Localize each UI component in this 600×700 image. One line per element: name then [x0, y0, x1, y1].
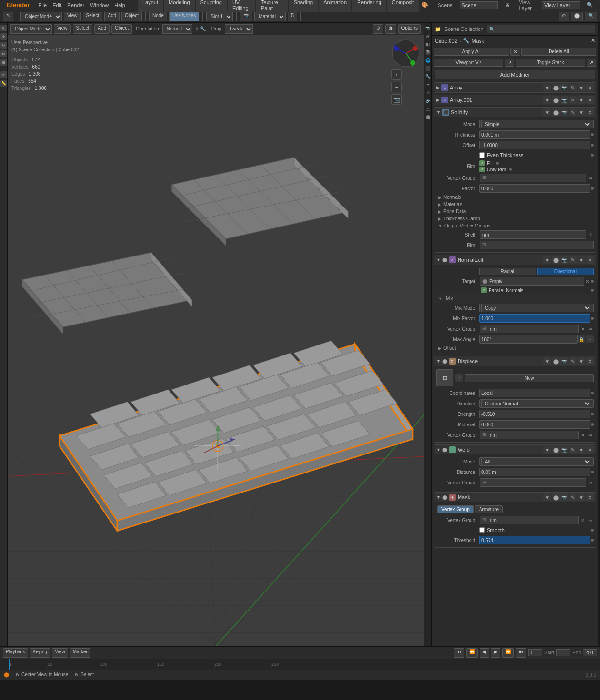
search-filter-btn[interactable]: 🔍 — [585, 12, 597, 21]
displace-filter-btn[interactable]: ▼ — [543, 357, 551, 365]
start-frame-input[interactable] — [556, 649, 570, 656]
viewport-overlay-btn[interactable]: ⊙ — [373, 24, 383, 34]
tab-sculpting[interactable]: Sculpting — [196, 0, 227, 12]
array001-filter-btn[interactable]: ▼ — [543, 96, 551, 104]
view-layer-icon[interactable]: ◧ — [425, 41, 431, 48]
constraints-icon[interactable]: 🔗 — [425, 98, 431, 104]
nav-gizmo[interactable]: X Y Z — [391, 39, 420, 68]
weld-delete-btn[interactable]: ✕ — [586, 446, 594, 454]
solidify-shell-input[interactable]: rim — [480, 230, 586, 239]
weld-mode-select[interactable]: All — [481, 457, 591, 466]
camera-view-btn[interactable]: 📷 — [391, 94, 402, 105]
array001-edit-btn[interactable]: ✎ — [569, 96, 577, 104]
array001-toggle[interactable]: ▶ — [436, 98, 440, 102]
tool-transform[interactable]: ⊞ — [0, 59, 7, 66]
normaledit-toggle[interactable]: ▼ — [436, 257, 440, 262]
tab-shading[interactable]: Shading — [289, 0, 318, 12]
viewport-vis-btn[interactable]: Viewport Vis — [434, 59, 503, 67]
tool-cursor[interactable]: ↖ — [0, 25, 7, 31]
tool-annotate[interactable]: ✏ — [0, 71, 7, 78]
material-icon[interactable]: ⬤ — [425, 114, 431, 120]
weld-render-btn[interactable]: 📷 — [560, 446, 568, 454]
mask-edit-btn[interactable]: ✎ — [569, 493, 577, 501]
modifier-icon active[interactable]: 🔧 — [425, 73, 431, 80]
mask-filter-btn[interactable]: ▼ — [543, 493, 551, 501]
menu-edit[interactable]: Edit — [52, 2, 61, 8]
solidify-thickness-value[interactable]: 0.001 m — [479, 130, 590, 139]
tab-texture-paint[interactable]: Texture Paint — [256, 0, 288, 12]
toggle-stack-icon-btn[interactable]: ↗ — [587, 59, 596, 67]
normaledit-max-angle-value[interactable]: 180° — [479, 335, 578, 344]
solidify-mode-value[interactable]: Simple — [479, 120, 594, 128]
toggle-stack-btn[interactable]: Toggle Stack — [516, 59, 585, 67]
object-mode-select[interactable]: Object Mode — [20, 12, 62, 21]
normaledit-mix-header[interactable]: ▼ Mix — [434, 294, 596, 303]
array-delete-btn[interactable]: ✕ — [586, 84, 594, 91]
view-layer-input[interactable] — [542, 1, 580, 9]
panel-close-icon[interactable]: ✕ — [591, 38, 595, 44]
viewport-mode-select[interactable]: Object Mode — [10, 24, 52, 34]
normaledit-mix-mode-select[interactable]: Copy — [481, 304, 591, 312]
array-render-btn[interactable]: 📷 — [560, 84, 568, 91]
array001-more-btn[interactable]: ▼ — [578, 96, 585, 104]
play-reverse-btn[interactable]: ◀ — [480, 648, 489, 658]
physics-icon[interactable]: ⚛ — [425, 89, 431, 96]
menu-render[interactable]: Render — [67, 2, 84, 8]
mask-delete-btn[interactable]: ✕ — [586, 493, 594, 501]
mask-tab-vertex-group[interactable]: Vertex Group — [437, 505, 474, 513]
array001-delete-btn[interactable]: ✕ — [586, 96, 594, 104]
tool-scale[interactable]: ⇔ — [0, 50, 7, 57]
menu-file[interactable]: File — [38, 2, 47, 8]
solidify-shell-clear[interactable]: ✕ — [587, 231, 594, 238]
solidify-vg-input[interactable]: ⊞ — [480, 174, 586, 182]
displace-vg-clear[interactable]: ✕ — [580, 432, 586, 438]
normaledit-target-input[interactable]: ⬤ Empty — [480, 277, 584, 286]
normaledit-offset-collapse[interactable]: ▶ Offset — [434, 345, 596, 352]
solidify-even-checkbox[interactable] — [479, 152, 485, 158]
viewport-canvas[interactable]: User Perspective (1) Scene Collection | … — [8, 35, 424, 646]
jump-end-btn[interactable]: ⏭ — [516, 648, 526, 658]
weld-filter-btn[interactable]: ▼ — [543, 446, 551, 454]
tab-layout[interactable]: Layout — [138, 0, 163, 12]
weld-mode-value[interactable]: All — [479, 457, 594, 466]
mask-threshold-value[interactable]: 0.574 — [479, 536, 590, 544]
solidify-delete-btn[interactable]: ✕ — [586, 108, 594, 116]
normaledit-mix-factor-value[interactable]: 1.000 — [479, 314, 590, 323]
normaledit-delete-btn[interactable]: ✕ — [586, 256, 594, 264]
displace-vis-icon[interactable]: ⬤ — [442, 359, 447, 364]
world-icon[interactable]: 🌐 — [425, 57, 431, 64]
tab-uv-editing[interactable]: UV Editing — [228, 0, 255, 12]
weld-vg-link[interactable]: ⇔ — [587, 479, 594, 486]
vp-add-btn[interactable]: Add — [94, 24, 110, 34]
solidify-edit-btn[interactable]: ✎ — [569, 108, 577, 116]
object-icon[interactable]: ⬛ — [425, 65, 431, 72]
material-select[interactable]: Material — [254, 12, 286, 21]
select-btn[interactable]: Select — [83, 12, 103, 21]
displace-texture-preview[interactable]: ⊞ — [436, 369, 453, 386]
mask-more-btn[interactable]: ▼ — [578, 493, 585, 501]
array001-realtime-btn[interactable]: ⬤ — [552, 96, 560, 104]
mask-realtime-btn[interactable]: ⬤ — [552, 493, 560, 501]
weld-distance-value[interactable]: 0.05 m — [479, 468, 590, 476]
weld-vg-input[interactable]: ⊞ — [480, 478, 586, 487]
normaledit-filter-btn[interactable]: ▼ — [543, 256, 551, 264]
solidify-thickness-clamp-collapse[interactable]: ▶ Thickness Clamp — [434, 215, 596, 222]
array001-render-btn[interactable]: 📷 — [560, 96, 568, 104]
menu-help[interactable]: Help — [114, 2, 125, 8]
displace-toggle[interactable]: ▼ — [436, 359, 440, 364]
tab-compositing[interactable]: Composit — [387, 0, 419, 12]
normaledit-more-btn[interactable]: ▼ — [578, 256, 585, 264]
render-icon[interactable]: 📷 — [425, 25, 431, 31]
particles-icon[interactable]: ✦ — [425, 81, 431, 88]
search-icon[interactable]: 🔍 — [587, 2, 593, 8]
mask-vg-clear[interactable]: ✕ — [580, 517, 586, 523]
solidify-filter-btn[interactable]: ▼ — [543, 108, 551, 116]
displace-edit-btn[interactable]: ✎ — [569, 357, 577, 365]
normaledit-mix-mode-value[interactable]: Copy — [479, 304, 594, 312]
viewport-shading-btn[interactable]: ⬤ — [571, 12, 583, 21]
solidify-fill-checkbox[interactable]: ✓ — [479, 160, 485, 166]
zoom-in-btn[interactable]: + — [391, 69, 402, 80]
weld-toggle[interactable]: ▼ — [436, 447, 440, 452]
data-icon[interactable]: △ — [425, 106, 431, 112]
normaledit-realtime-btn[interactable]: ⬤ — [552, 256, 560, 264]
